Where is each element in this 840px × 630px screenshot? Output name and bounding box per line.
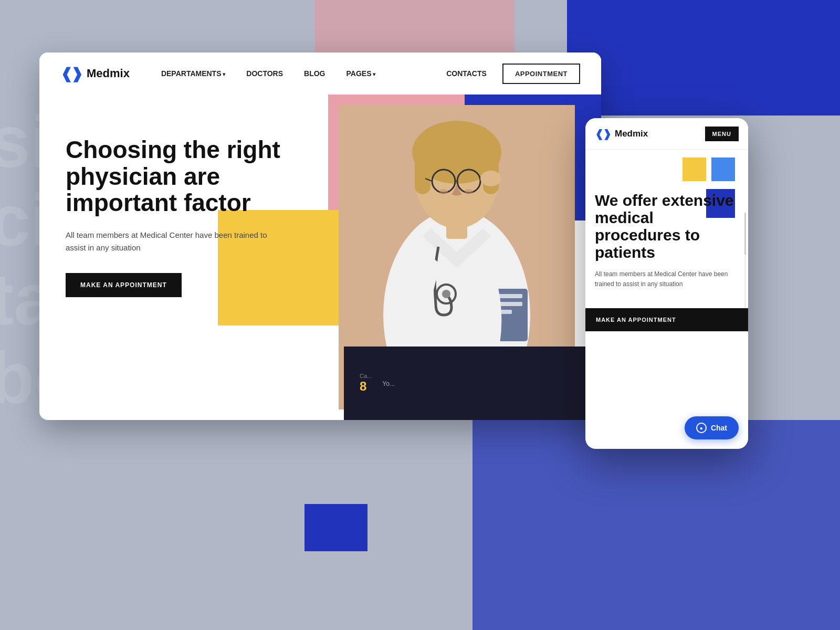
desktop-hero-title: Choosing the right physician are importa… [66,136,286,216]
svg-point-19 [480,171,501,186]
desktop-hero-subtitle: All team members at Medical Center have … [66,229,286,254]
bg-blue-mid [304,504,368,551]
mobile-nav: ❰❱ Medmix MENU [585,118,748,150]
logo-text: Medmix [87,67,130,80]
mobile-menu-button[interactable]: MENU [705,127,739,141]
nav-appointment-button[interactable]: APPOINTMENT [502,64,580,84]
mobile-logo[interactable]: ❰❱ Medmix [595,128,705,140]
mobile-mockup: ❰❱ Medmix MENU We offer extensive medica… [585,118,748,449]
nav-link-doctors[interactable]: DOCTORS [246,69,283,78]
svg-point-14 [442,290,450,298]
desktop-nav-links: DEPARTAMENTS DOCTORS BLOG PAGES [161,69,446,78]
chat-bubble-icon: ● [696,423,707,433]
svg-point-12 [465,189,473,194]
mobile-hero-title: We offer extensive medical procedures to… [595,192,739,261]
desktop-hero-content: Choosing the right physician are importa… [66,136,286,297]
strip-item-2: Yo... [382,379,395,388]
nav-link-pages[interactable]: PAGES [346,69,376,78]
strip-value-1: 8 [360,379,366,393]
mobile-cta-button[interactable]: MAKE AN APPOINTMENT [585,308,748,331]
strip-text-2: Yo... [382,380,395,387]
nav-contacts-link[interactable]: CONTACTS [446,69,487,78]
mobile-hero-content: We offer extensive medical procedures to… [585,150,748,308]
bg-blue-top-block [567,0,840,116]
bg-blue-bottom-right [472,420,840,630]
nav-link-departaments[interactable]: DEPARTAMENTS [161,69,225,78]
mobile-hero-subtitle: All team members at Medical Center have … [595,269,739,289]
chat-button[interactable]: ● Chat [685,416,739,439]
desktop-hero: Choosing the right physician are importa… [39,94,601,420]
logo-icon: ❰❱ [60,65,81,82]
desktop-bottom-strip: Ca... 8 Yo... [344,346,601,420]
chat-label: Chat [711,424,727,432]
mobile-logo-icon: ❰❱ [595,128,611,140]
svg-rect-4 [415,152,430,194]
desktop-mockup: ❰❱ Medmix DEPARTAMENTS DOCTORS BLOG PAGE… [39,52,601,420]
desktop-nav-right: CONTACTS APPOINTMENT [446,64,580,84]
strip-item-1: Ca... 8 [360,373,372,394]
strip-label-1: Ca... [360,373,372,379]
svg-rect-20 [446,223,467,239]
desktop-nav: ❰❱ Medmix DEPARTAMENTS DOCTORS BLOG PAGE… [39,52,601,94]
svg-point-11 [439,189,448,194]
desktop-hero-cta-button[interactable]: MAKE AN APPOINTMENT [66,273,182,297]
mobile-logo-text: Medmix [615,129,648,139]
desktop-logo[interactable]: ❰❱ Medmix [60,65,130,82]
nav-link-blog[interactable]: BLOG [304,69,325,78]
mobile-hero: We offer extensive medical procedures to… [585,150,748,308]
